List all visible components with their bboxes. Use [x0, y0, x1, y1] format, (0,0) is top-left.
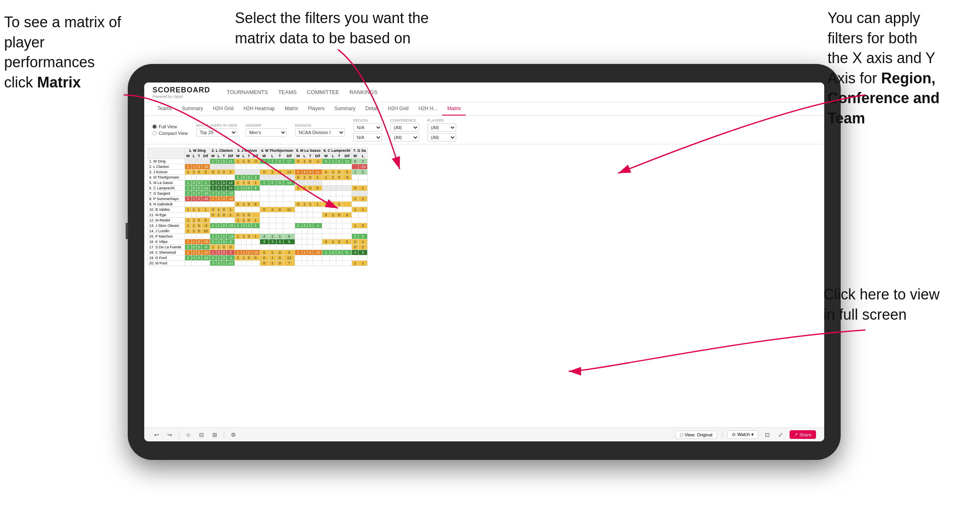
cast-icon[interactable]: ⊡ — [763, 431, 771, 439]
fullscreen-icon[interactable]: ⤢ — [776, 431, 785, 439]
watch-button[interactable]: ⊙ Watch ▾ — [727, 430, 758, 439]
matrix-cell-T — [336, 229, 342, 234]
matrix-cell-W: 6 — [210, 180, 216, 186]
matrix-cell-L: 1 — [330, 239, 336, 245]
conference-select-1[interactable]: (All) — [390, 123, 419, 132]
player-name-cell: 20. M Ford — [148, 261, 185, 266]
matrix-cell-L — [216, 164, 222, 170]
matrix-cell-L: 0 — [191, 186, 197, 191]
tab-teams[interactable]: Teams — [152, 102, 177, 116]
zoom-in-icon[interactable]: ⊞ — [211, 431, 219, 439]
share-button[interactable]: ↗ Share — [790, 430, 816, 439]
matrix-cell-L — [269, 196, 276, 202]
matrix-cell — [352, 212, 359, 218]
gender-select[interactable]: Men's — [246, 128, 287, 137]
matrix-cell-T: 0 — [221, 212, 227, 218]
matrix-cell-W — [260, 218, 269, 223]
compact-view-label: Compact View — [159, 131, 188, 136]
matrix-cell-L — [216, 229, 222, 234]
matrix-cell-Dif — [313, 212, 322, 218]
matrix-cell-T — [221, 202, 227, 207]
ann-topleft-bold: Matrix — [37, 74, 81, 91]
tab-h2h-grid-1[interactable]: H2H Grid — [208, 102, 239, 116]
tab-h2h-heatmap[interactable]: H2H Heatmap — [239, 102, 280, 116]
matrix-cell-L: 0 — [191, 191, 197, 196]
sub-h-l-4: L — [269, 153, 276, 159]
nav-committee[interactable]: COMMITTEE — [307, 87, 339, 97]
matrix-cell-W: 1 — [235, 218, 241, 223]
tab-matrix-1[interactable]: Matrix — [280, 102, 303, 116]
player-name-cell: 10. B Valdes — [148, 207, 185, 212]
nav-tournaments[interactable]: TOURNAMENTS — [227, 87, 268, 97]
matrix-cell-L: 0 — [269, 180, 276, 186]
max-players-select[interactable]: Top 25 — [196, 128, 237, 137]
settings-icon[interactable]: ⚙ — [229, 431, 237, 439]
matrix-cell-W — [210, 202, 216, 207]
matrix-cell: 2 — [359, 234, 367, 239]
matrix-table: 1. W Ding 2. L Clanton 3. J Koivun 4. M … — [148, 148, 368, 266]
tab-summary-2[interactable]: Summary — [329, 102, 360, 116]
matrix-cell-T: 0 — [276, 255, 284, 261]
matrix-cell-T — [307, 245, 313, 250]
tab-h2h-h[interactable]: H2H H... — [413, 102, 442, 116]
matrix-cell-L: 1 — [330, 159, 336, 164]
matrix-cell-W: 1 — [322, 250, 330, 255]
matrix-cell-T: 0 — [246, 250, 252, 255]
matrix-cell-L — [269, 223, 276, 229]
conference-select-2[interactable]: (All) — [390, 133, 419, 141]
matrix-cell-Dif — [202, 212, 210, 218]
matrix-cell-T: 0 — [197, 239, 202, 245]
full-view-option[interactable]: Full View — [152, 124, 188, 129]
matrix-cell-W: 1 — [295, 186, 302, 191]
matrix-cell-L: 0 — [191, 245, 197, 250]
tab-detail[interactable]: Detail — [361, 102, 383, 116]
player-name-cell: 11. M Ege — [148, 212, 185, 218]
zoom-out-icon[interactable]: ⊟ — [197, 431, 206, 439]
matrix-cell-T: 0 — [221, 255, 227, 261]
division-select[interactable]: NCAA Division I — [295, 128, 345, 137]
matrix-cell-W: 2 — [210, 223, 216, 229]
tab-h2h-grid-2[interactable]: H2H Grid — [383, 102, 413, 116]
matrix-cell-Dif: 1 — [227, 212, 235, 218]
matrix-cell-T: 0 — [197, 255, 202, 261]
matrix-cell-Dif — [251, 196, 260, 202]
matrix-cell-W — [235, 191, 241, 196]
players-select-1[interactable]: (All) — [427, 123, 456, 132]
nav-teams[interactable]: TEAMS — [278, 87, 297, 97]
redo-icon[interactable]: ↪ — [166, 431, 174, 439]
matrix-cell-W: 0 — [235, 255, 241, 261]
drag-icon[interactable]: ⊹ — [184, 431, 192, 439]
matrix-cell-L — [269, 202, 276, 207]
matrix-cell-L: 1 — [216, 180, 222, 186]
compact-view-radio[interactable] — [152, 131, 157, 135]
tab-players[interactable]: Players — [303, 102, 329, 116]
region-select-2[interactable]: N/A — [353, 133, 382, 141]
players-select-2[interactable]: (All) — [427, 133, 456, 141]
matrix-cell-L: 1 — [216, 245, 222, 250]
annotation-topright: You can apply filters for both the X axi… — [828, 8, 976, 129]
matrix-cell-Dif: -8 — [202, 245, 210, 250]
matrix-cell-T: 0 — [246, 202, 252, 207]
table-row: 1. W Ding 12011110-212017010-10101302 — [148, 159, 368, 164]
full-view-radio[interactable] — [152, 125, 157, 129]
annotation-topleft: To see a matrix of player performances c… — [4, 12, 136, 92]
region-select-1[interactable]: N/A — [353, 123, 382, 132]
matrix-cell-Dif — [227, 229, 235, 234]
matrix-cell: 0 — [352, 159, 359, 164]
nav-rankings[interactable]: RANKINGS — [349, 87, 377, 97]
tab-matrix-active[interactable]: Matrix — [442, 102, 466, 116]
matrix-cell-T — [276, 175, 284, 180]
matrix-cell-T — [276, 191, 284, 196]
matrix-cell-L: 1 — [216, 212, 222, 218]
matrix-cell-Dif: 13 — [342, 159, 352, 164]
matrix-cell-T — [307, 234, 313, 239]
undo-icon[interactable]: ↩ — [152, 431, 161, 439]
player-name-cell: 19. D Ford — [148, 255, 185, 261]
tab-summary-1[interactable]: Summary — [177, 102, 208, 116]
matrix-cell-T: 0 — [336, 170, 342, 175]
view-original-button[interactable]: □ View: Original — [675, 431, 717, 439]
toolbar-divider-3 — [722, 431, 722, 438]
compact-view-option[interactable]: Compact View — [152, 131, 188, 136]
matrix-cell-Dif — [313, 196, 322, 202]
col-header-7: 7. G Sa — [352, 148, 368, 153]
